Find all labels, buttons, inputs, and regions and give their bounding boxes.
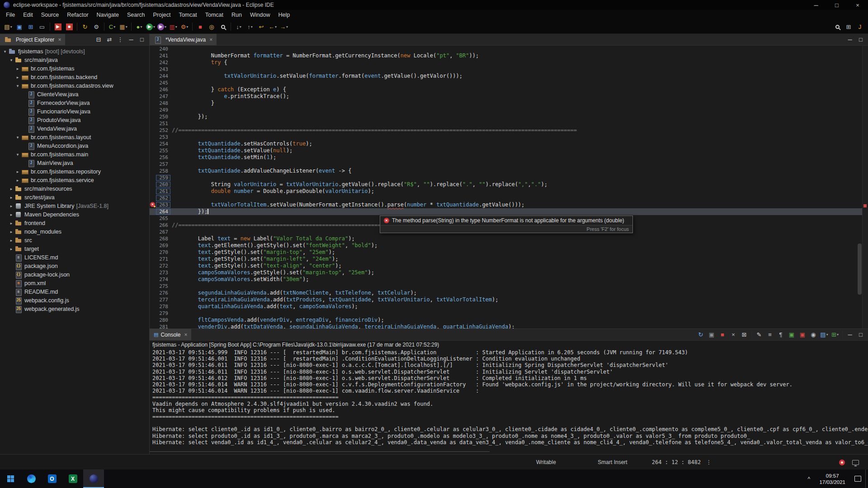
line-number[interactable]: 246 bbox=[156, 87, 170, 93]
tree-item-br-com-fjsistemas-repository[interactable]: ▸br.com.fjsistemas.repository bbox=[0, 167, 149, 176]
code-line[interactable]: 257 bbox=[150, 161, 868, 168]
menu-item-tomcat[interactable]: Tomcat bbox=[175, 10, 201, 20]
save-all-icon[interactable]: ⊞ bbox=[25, 21, 36, 32]
expand-arrow-icon[interactable]: ▸ bbox=[14, 178, 21, 183]
code-line[interactable]: 270 text.getStyle().set("margin-top", "2… bbox=[150, 249, 868, 256]
line-number[interactable]: 269 bbox=[156, 243, 170, 249]
minimize-view-icon[interactable]: ─ bbox=[126, 34, 137, 45]
tree-item-node-modules[interactable]: ▸node_modules bbox=[0, 227, 149, 236]
expand-arrow-icon[interactable]: ▸ bbox=[8, 221, 14, 225]
refresh-icon[interactable]: ↻ bbox=[80, 21, 90, 32]
line-number[interactable]: 257 bbox=[156, 161, 170, 167]
coverage-icon[interactable]: ▥▾ bbox=[168, 21, 179, 32]
expand-arrow-icon[interactable]: ▸ bbox=[8, 187, 14, 191]
insert-mode-status[interactable]: Smart Insert bbox=[581, 455, 644, 470]
collapse-arrow-icon[interactable]: ▾ bbox=[14, 84, 21, 88]
collapse-all-icon[interactable]: ⊟ bbox=[93, 34, 104, 45]
tree-item-target[interactable]: ▸target bbox=[0, 244, 149, 253]
code-line[interactable]: 258 txtQuantidade.addValueChangeListener… bbox=[150, 168, 868, 174]
line-number[interactable]: 268 bbox=[156, 236, 170, 242]
code-editor[interactable]: 240241 NumberFormat formatter = NumberFo… bbox=[150, 46, 868, 328]
clear-console-icon[interactable]: ✎ bbox=[754, 329, 764, 340]
line-number[interactable]: 256 bbox=[156, 155, 170, 160]
tree-item-jre-system-library[interactable]: ▸JRE System Library[JavaSE-1.8] bbox=[0, 202, 149, 210]
line-number[interactable]: 281 bbox=[156, 324, 170, 328]
code-line[interactable]: 250 }); bbox=[150, 113, 868, 120]
scroll-lock-icon[interactable]: ≡ bbox=[764, 329, 775, 340]
close-icon[interactable]: × bbox=[58, 37, 61, 43]
build-all-icon[interactable]: ⚙ bbox=[91, 21, 102, 32]
code-line[interactable]: 261 double number = Double.parseDouble(v… bbox=[150, 188, 868, 195]
code-line[interactable]: 273 campoSomaValores.getStyle().set("mar… bbox=[150, 269, 868, 276]
taskbar-edge-button[interactable] bbox=[21, 469, 42, 488]
menu-item-file[interactable]: File bbox=[2, 10, 19, 20]
code-line[interactable]: 263 txtValorTotalItem.setValue(NumberFor… bbox=[150, 202, 868, 208]
line-number[interactable]: 277 bbox=[156, 297, 170, 303]
minimize-view-icon[interactable]: ─ bbox=[844, 34, 855, 45]
view-menu-icon[interactable]: ⋮ bbox=[115, 34, 126, 45]
expand-arrow-icon[interactable]: ▸ bbox=[8, 230, 14, 234]
menu-item-source[interactable]: Source bbox=[37, 10, 63, 20]
minimize-view-icon[interactable]: ─ bbox=[844, 329, 855, 340]
run-icon[interactable]: ▶▾ bbox=[145, 21, 156, 32]
line-number[interactable]: 255 bbox=[156, 148, 170, 154]
new-java-package-icon[interactable]: ▦▾ bbox=[118, 21, 129, 32]
tree-item-src-main-resources[interactable]: ▸src/main/resources bbox=[0, 184, 149, 193]
tree-item-produtoview-java[interactable]: JProdutoView.java bbox=[0, 116, 149, 124]
new-wizard-icon[interactable]: ▤▾ bbox=[3, 21, 14, 32]
disconnect-icon[interactable]: ▣ bbox=[706, 329, 717, 340]
close-icon[interactable]: × bbox=[209, 37, 212, 43]
tree-item-menuaccordion-java[interactable]: JMenuAccordion.java bbox=[0, 141, 149, 150]
code-line[interactable]: 248 } bbox=[150, 100, 868, 107]
expand-arrow-icon[interactable]: ▸ bbox=[8, 238, 14, 243]
maximize-view-icon[interactable]: □ bbox=[855, 329, 866, 340]
code-line[interactable]: 264 }); bbox=[150, 208, 868, 215]
line-number[interactable]: 273 bbox=[156, 270, 170, 276]
code-line[interactable]: 275 bbox=[150, 283, 868, 290]
code-line[interactable]: 272 text.getStyle().set("text-align", "c… bbox=[150, 263, 868, 269]
line-number[interactable]: 278 bbox=[156, 304, 170, 310]
line-number[interactable]: 258 bbox=[156, 168, 170, 174]
collapse-arrow-icon[interactable]: ▾ bbox=[2, 49, 8, 54]
line-number[interactable]: 251 bbox=[156, 121, 170, 127]
tree-item-package-json[interactable]: {}package.json bbox=[0, 262, 149, 270]
tab-console[interactable]: ▤ Console × bbox=[150, 329, 191, 340]
line-number[interactable]: 280 bbox=[156, 317, 170, 323]
show-desktop-button[interactable] bbox=[865, 469, 868, 488]
profile-icon[interactable]: ▶▾ bbox=[156, 21, 167, 32]
code-line[interactable]: 268 Label text = new Label("Valor Total … bbox=[150, 235, 868, 242]
stop-icon[interactable]: ■ bbox=[195, 21, 206, 32]
line-number[interactable]: 259 bbox=[156, 175, 170, 181]
code-line[interactable]: 240 bbox=[150, 46, 868, 52]
notification-bell-icon[interactable] bbox=[835, 455, 848, 470]
menu-item-help[interactable]: Help bbox=[274, 10, 294, 20]
line-number[interactable]: 250 bbox=[156, 114, 170, 120]
line-number[interactable]: 245 bbox=[156, 80, 170, 86]
code-line[interactable]: 259 bbox=[150, 174, 868, 181]
code-line[interactable]: 260 String valorUnitario = txtValorUnita… bbox=[150, 181, 868, 188]
line-number[interactable]: 243 bbox=[156, 66, 170, 72]
line-number[interactable]: 271 bbox=[156, 256, 170, 262]
tree-item-br-com-fjsistemas-layout[interactable]: ▾br.com.fjsistemas.layout bbox=[0, 133, 149, 141]
line-number[interactable]: 274 bbox=[156, 277, 170, 282]
tree-item-package-lock-json[interactable]: {}package-lock.json bbox=[0, 270, 149, 279]
previous-annotation-icon[interactable]: ↑▾ bbox=[245, 21, 255, 32]
code-line[interactable]: 256 txtQuantidade.setMin(1); bbox=[150, 154, 868, 161]
line-number[interactable]: 241 bbox=[156, 53, 170, 59]
tree-item-src-main-java[interactable]: ▾src/main/java bbox=[0, 56, 149, 64]
print-icon[interactable]: ▭ bbox=[37, 21, 47, 32]
link-with-editor-icon[interactable]: ⇄ bbox=[104, 34, 115, 45]
line-number[interactable]: 247 bbox=[156, 94, 170, 99]
pin-console-icon[interactable]: ◉ bbox=[808, 329, 819, 340]
tree-item-br-com-fjsistemas-main[interactable]: ▾br.com.fjsistemas.main bbox=[0, 150, 149, 159]
tree-item-mainview-java[interactable]: JMainView.java bbox=[0, 159, 149, 167]
back-icon[interactable]: ←▾ bbox=[267, 21, 278, 32]
code-line[interactable]: 269 text.getElement().getStyle().set("fo… bbox=[150, 242, 868, 249]
line-number[interactable]: 263 bbox=[156, 202, 170, 208]
tree-item-src[interactable]: ▸src bbox=[0, 236, 149, 244]
code-line[interactable]: 246 } catch (Exception e) { bbox=[150, 86, 868, 93]
line-number[interactable]: 266 bbox=[156, 222, 170, 228]
code-line[interactable]: 254 txtQuantidade.setHasControls(true); bbox=[150, 141, 868, 147]
overview-ruler[interactable] bbox=[862, 46, 868, 328]
minimize-button[interactable]: ─ bbox=[806, 0, 826, 10]
